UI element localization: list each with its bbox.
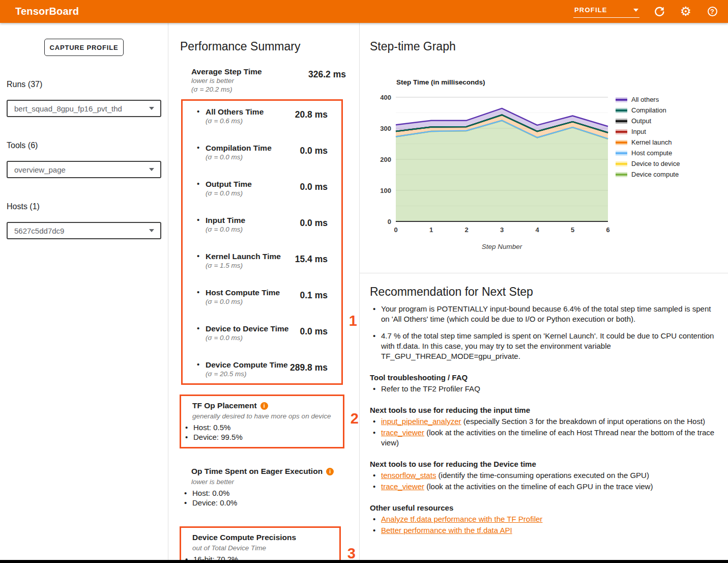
recommendation-card: Recommendation for Next Step Your progra… xyxy=(360,273,728,536)
metric-sigma: (σ = 0.6 ms) xyxy=(206,117,264,125)
faq-item: Refer to the TF2 Profiler FAQ xyxy=(370,384,716,394)
resource-item: Better performance with the tf.data API xyxy=(370,525,716,536)
app-title: TensorBoard xyxy=(15,6,79,17)
metric-row: Device to Device Time (σ = 0.0 ms) 0.0 m… xyxy=(197,324,328,360)
eager-host: Host: 0.0% xyxy=(184,488,344,498)
legend-item: Input xyxy=(616,126,680,137)
metric-value: 0.0 ms xyxy=(300,218,328,251)
tensorflow-stats-link[interactable]: tensorflow_stats xyxy=(381,471,436,480)
recommendation-bullet: Your program is POTENTIALLY input-bound … xyxy=(370,304,716,324)
legend-label: Host compute xyxy=(631,149,672,157)
tool-item-text: (especially Section 3 for the breakdown … xyxy=(461,417,705,426)
metric-sigma: (σ = 0.0 ms) xyxy=(206,189,252,198)
info-icon[interactable]: i xyxy=(260,402,268,410)
metric-row: Kernel Launch Time (σ = 1.5 ms) 15.4 ms xyxy=(197,251,328,288)
svg-text:3: 3 xyxy=(500,226,504,234)
top-bar: TensorBoard PROFILE ⚙ ? xyxy=(0,0,728,23)
tools-select[interactable]: overview_page xyxy=(7,161,161,178)
metric-label: All Others Time xyxy=(206,107,264,117)
metric-sigma: (σ = 20.5 ms) xyxy=(206,370,288,378)
svg-text:4: 4 xyxy=(535,226,539,234)
metric-value: 289.8 ms xyxy=(290,362,328,378)
legend-label: Kernel launch xyxy=(631,138,672,146)
tool-item-text: (look at the activities on the timeline … xyxy=(424,482,653,491)
metric-sigma: (σ = 0.0 ms) xyxy=(206,297,280,306)
tf-op-placement-host: Host: 0.5% xyxy=(185,423,338,432)
metric-label: Output Time xyxy=(206,179,252,189)
recommendation-bullets: Your program is POTENTIALLY input-bound … xyxy=(370,304,716,361)
annotation-box-1: All Others Time (σ = 0.6 ms) 20.8 ms Com… xyxy=(181,99,343,385)
chevron-down-icon xyxy=(149,107,154,110)
legend-item: Kernel launch xyxy=(616,137,680,148)
device-tools-list: tensorflow_stats (identify the time-cons… xyxy=(370,470,716,492)
chevron-down-icon xyxy=(633,9,638,12)
runs-label: Runs (37) xyxy=(7,80,161,89)
step-time-graph-card: Step-time Graph 01002003004000123456Step… xyxy=(360,23,728,273)
info-icon[interactable]: i xyxy=(326,468,334,475)
legend-label: Input xyxy=(631,128,646,135)
metric-label: Host Compute Time xyxy=(206,288,280,297)
tool-item-text: (look at the activities on the timeline … xyxy=(381,428,714,447)
metric-label: Kernel Launch Time xyxy=(206,251,281,261)
capture-profile-button[interactable]: CAPTURE PROFILE xyxy=(44,39,124,56)
svg-text:5: 5 xyxy=(571,226,574,234)
input-pipeline-analyzer-link[interactable]: input_pipeline_analyzer xyxy=(381,417,461,426)
faq-heading: Tool troubleshooting / FAQ xyxy=(370,373,716,383)
eager-device: Device: 0.0% xyxy=(184,498,344,508)
metric-label: Average Step Time xyxy=(191,67,262,76)
svg-text:Step Number: Step Number xyxy=(482,243,522,250)
tool-item: trace_viewer (look at the activities on … xyxy=(370,428,716,448)
svg-text:Step Time (in milliseconds): Step Time (in milliseconds) xyxy=(396,78,485,86)
legend-label: Output xyxy=(631,117,651,125)
performance-summary-panel: Performance Summary Average Step Time lo… xyxy=(168,23,360,563)
metric-sigma: (σ = 0.0 ms) xyxy=(206,153,272,161)
metric-value: 0.0 ms xyxy=(300,182,328,215)
input-tools-heading: Next tools to use for reducing the input… xyxy=(370,405,716,415)
topbar-controls: PROFILE ⚙ ? xyxy=(573,5,719,18)
hosts-select[interactable]: 5627c5dd7dc9 xyxy=(7,222,161,239)
legend-item: Device compute xyxy=(616,169,680,180)
precisions-note: out of Total Device Time xyxy=(192,544,334,552)
metric-row: Device Compute Time (σ = 20.5 ms) 289.8 … xyxy=(197,360,328,380)
help-icon: ? xyxy=(708,7,717,16)
chart-legend: All othersCompilationOutputInputKernel l… xyxy=(616,94,680,180)
metric-sigma: (σ = 0.0 ms) xyxy=(206,225,245,234)
legend-label: Compilation xyxy=(631,106,666,114)
metric-note: lower is better xyxy=(191,76,262,85)
dashboard-select[interactable]: PROFILE xyxy=(573,5,639,18)
settings-button[interactable]: ⚙ xyxy=(679,5,692,18)
hosts-group: Hosts (1) 5627c5dd7dc9 xyxy=(7,202,161,239)
recommendation-title: Recommendation for Next Step xyxy=(370,287,716,297)
main-area: CAPTURE PROFILE Runs (37) bert_squad_8gp… xyxy=(0,23,728,563)
svg-text:300: 300 xyxy=(380,125,391,132)
metric-value: 20.8 ms xyxy=(295,109,328,143)
svg-text:400: 400 xyxy=(380,94,391,101)
resource-item: Analyze tf.data performance with the TF … xyxy=(370,514,716,524)
trace-viewer-link[interactable]: trace_viewer xyxy=(381,482,424,491)
metric-value: 0.1 ms xyxy=(300,290,328,324)
metric-value: 0.0 ms xyxy=(300,326,328,360)
metric-row: Compilation Time (σ = 0.0 ms) 0.0 ms xyxy=(197,143,328,179)
legend-swatch-device-compute xyxy=(616,172,627,177)
metric-value: 0.0 ms xyxy=(300,146,328,179)
svg-text:6: 6 xyxy=(606,226,609,234)
tfdata-api-link[interactable]: Better performance with the tf.data API xyxy=(381,526,512,534)
metric-value: 15.4 ms xyxy=(295,254,328,288)
eager-execution-block: Op Time Spent on Eager Execution i lower… xyxy=(180,467,349,508)
bottom-divider xyxy=(0,560,728,563)
legend-label: All others xyxy=(631,96,659,103)
legend-swatch-host-compute xyxy=(616,151,627,156)
svg-text:2: 2 xyxy=(464,226,468,234)
tensorboard-app: TensorBoard PROFILE ⚙ ? CAPTURE PROFI xyxy=(0,0,728,563)
tfdata-profiler-link[interactable]: Analyze tf.data performance with the TF … xyxy=(381,515,542,523)
annotation-box-3: Device Compute Precisions out of Total D… xyxy=(180,526,341,563)
chevron-down-icon xyxy=(149,229,154,232)
refresh-icon xyxy=(654,6,665,17)
trace-viewer-link[interactable]: trace_viewer xyxy=(381,428,424,437)
tool-item: input_pipeline_analyzer (especially Sect… xyxy=(370,416,716,427)
runs-select-value: bert_squad_8gpu_fp16_pvt_thd xyxy=(14,104,122,113)
runs-select[interactable]: bert_squad_8gpu_fp16_pvt_thd xyxy=(7,100,161,117)
help-button[interactable]: ? xyxy=(706,5,719,18)
refresh-button[interactable] xyxy=(653,5,666,18)
tf-op-placement-title: TF Op Placement xyxy=(192,401,257,410)
